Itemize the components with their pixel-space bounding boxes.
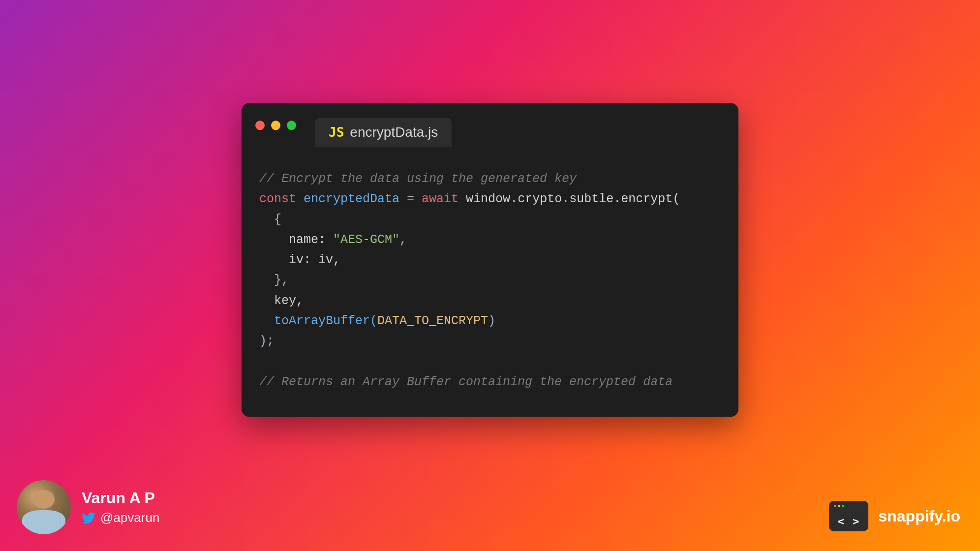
author-info: Varun A P @apvarun bbox=[82, 489, 159, 525]
code-comment: // Encrypt the data using the generated … bbox=[259, 172, 577, 186]
code-property: name: bbox=[259, 233, 333, 247]
twitter-icon bbox=[82, 511, 95, 525]
code-variable: encryptedData bbox=[304, 192, 399, 206]
code-call: window.crypto.subtle.encrypt( bbox=[459, 192, 680, 206]
traffic-lights bbox=[255, 121, 296, 130]
code-string: "AES-GCM" bbox=[333, 233, 399, 247]
brand-badge-dots bbox=[834, 505, 863, 507]
brand-dot-green bbox=[842, 505, 844, 507]
maximize-icon[interactable] bbox=[287, 121, 296, 130]
close-icon[interactable] bbox=[255, 121, 265, 130]
brand-dot-red bbox=[834, 505, 836, 507]
code-window: JS encryptData.js // Encrypt the data us… bbox=[242, 103, 738, 417]
brand-section[interactable]: < > snappify.io bbox=[829, 501, 960, 531]
code-brace: { bbox=[259, 213, 281, 227]
brand-badge: < > bbox=[829, 501, 868, 531]
author-handle[interactable]: @apvarun bbox=[82, 510, 159, 525]
tab-filename: encryptData.js bbox=[350, 124, 438, 140]
author-name: Varun A P bbox=[82, 489, 159, 507]
code-window-header: JS encryptData.js bbox=[242, 103, 738, 147]
code-await: await bbox=[422, 192, 459, 206]
author-section: Varun A P @apvarun bbox=[17, 480, 159, 534]
code-property: iv: iv, bbox=[259, 253, 340, 267]
avatar bbox=[17, 480, 71, 534]
minimize-icon[interactable] bbox=[271, 121, 280, 130]
code-param: DATA_TO_ENCRYPT bbox=[377, 314, 488, 328]
code-paren: ) bbox=[488, 314, 495, 328]
code-function: toArrayBuffer( bbox=[259, 314, 377, 328]
brand-dot-yellow bbox=[838, 505, 840, 507]
code-keyword: const bbox=[259, 192, 296, 206]
javascript-icon: JS bbox=[329, 125, 344, 140]
code-property: key, bbox=[259, 294, 304, 308]
code-comment: // Returns an Array Buffer containing th… bbox=[259, 375, 673, 389]
file-tab[interactable]: JS encryptData.js bbox=[315, 118, 452, 147]
code-body: // Encrypt the data using the generated … bbox=[242, 147, 738, 417]
author-handle-text: @apvarun bbox=[100, 510, 159, 525]
code-operator: = bbox=[399, 192, 422, 206]
code-brace: }, bbox=[259, 273, 289, 287]
code-comma: , bbox=[399, 233, 407, 247]
code-brackets-icon: < > bbox=[834, 515, 863, 527]
code-semicolon: ); bbox=[259, 334, 274, 348]
brand-text: snappify.io bbox=[878, 507, 960, 525]
